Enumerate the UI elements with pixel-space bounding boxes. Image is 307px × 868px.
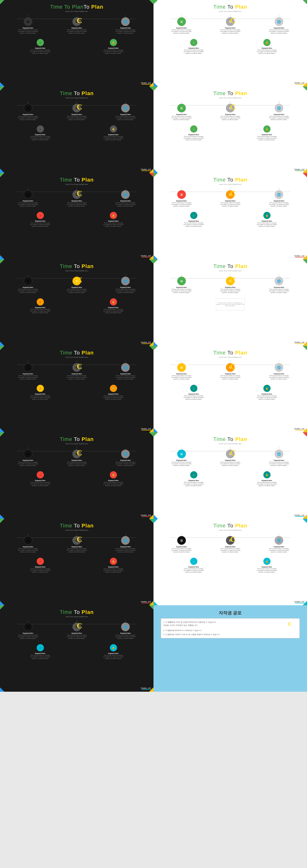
title-plan-13: Plan [81,523,94,529]
circle-11-2: ⚙ C [72,450,81,458]
circle-7-3: 🌐 [121,277,130,285]
icon-12-1: 🖥 [180,452,183,456]
txt-12-3: There are many variations of a passages … [268,462,290,466]
txt-12-4: There are many variations of a passages … [183,482,205,487]
brand-name-9: TAHEL.CO [141,428,151,430]
circle-9-3: 🌐 [121,363,130,372]
icon-4-4: ♪ [193,127,195,130]
txt-13-3: There are many variations of a passages … [115,548,136,553]
circle-3-1: 🖥 [24,104,32,113]
node-15-3: 🌐 Keyword Here There are many variations… [115,620,136,639]
node-10-1: 🖥 Keyword Here There are many variations… [171,360,192,380]
title-to-4: To [227,90,235,96]
kw-text-3-4: There are many variations of a passages … [30,136,51,141]
node-6-5: 🔒 Keyword Here There are many variations… [256,212,278,227]
circle-7-4: ♪ [37,298,44,306]
kw-6-1: Keyword Here [176,200,187,202]
slide-3: Time To Plan Insert Your Great Subtitle … [0,87,154,173]
icon-10-5: 🔒 [265,387,269,390]
kw-6-5: Keyword Here [262,220,272,222]
title-to-9: To [74,350,81,356]
kw-text-2: There are many variations of a passages … [66,29,88,34]
circle-3-3: 🌐 [121,104,130,113]
bottom-row-12: ♪ Keyword Here There are many variations… [157,471,303,487]
txt-9-3: There are many variations of a passages … [115,375,136,380]
title-plan-3: Plan [81,90,94,96]
node-14-1: 🖥 Keyword Here There are many variations… [171,533,192,553]
icon-3-4: ♪ [40,127,41,130]
icon-7-5: 🔒 [112,301,115,304]
node-2-1: 🖥 Keyword Here There are many variations… [171,14,192,34]
node-6-1: 🖥 Keyword Here There are many variations… [171,187,192,207]
icon-15-1: 🖥 [26,625,30,629]
kw-text-1: There are many variations of a passages … [17,29,39,34]
title-plan-15: Plan [81,609,94,615]
circle-15-5: 🔒 [110,644,117,651]
kw-label-1: Keyword Here [23,27,33,29]
node-4-2: ⚙ C Keyword Here There are many variatio… [219,101,241,121]
txt-14-3: There are many variations of a passages … [268,548,290,553]
kw-4-3: Keyword Here [274,114,284,115]
icon-5-4: ♪ [40,214,41,217]
gold-c-5: C [77,189,82,198]
circle-13-1: 🖥 [24,536,32,545]
icon-5-5: 🔒 [112,214,115,217]
title-to-14: To [227,523,235,529]
circle-7-1: 🖥 [24,277,32,285]
node-9-5: 🔒 Keyword Here There are many variations… [103,385,124,400]
corner-bl-15 [0,687,4,692]
gold-c-10: C [230,362,236,371]
node-11-4: ♪ Keyword Here There are many variations… [30,471,51,487]
slide-content-13: 🖥 Keyword Here There are many variations… [4,531,150,573]
slide-content-12: 🖥 Keyword Here There are many variations… [157,444,303,487]
circle-15-4: ♪ [37,644,44,651]
brand-bar-2 [295,84,305,85]
kw-10-1: Keyword Here [176,373,187,375]
title-plan-4: Plan [235,90,247,96]
gold-c-9: C [77,362,82,371]
brand-stamp-5: TAHEL.CO [141,255,151,257]
kw-label-2: Keyword Here [71,27,82,29]
brand-bar-1 [141,84,151,85]
txt-11-4: There are many variations of a passages … [30,482,51,487]
corner-bl-8 [154,342,158,346]
title-plan: Plan [91,4,103,10]
top-row-10: 🖥 Keyword Here There are many variations… [157,360,303,380]
kw-6-2: Keyword Here [225,200,236,202]
txt-5-3: There are many variations of a passages … [115,202,136,207]
node-8-1: 🖥 Keyword Here There are many variations… [171,274,192,293]
icon-9-4: ♪ [40,387,41,390]
completion-box: 1. 이 템플릿은 개인 및 상업적 목적으로 사용하실 수 있습니다. TAH… [161,618,300,639]
icon-5-3: 🌐 [124,193,127,196]
txt-6-2: There are many variations of a passages … [219,202,241,207]
bottom-row-13: ♪ Keyword Here There are many variations… [4,558,150,573]
title-time-9: Time [60,350,74,356]
gold-c-6: C [230,189,236,198]
circle-6-5: 🔒 [263,212,271,219]
icon-lock-2: 🔒 [265,41,269,44]
bottom-row: ♪ Keyword Here There are many variations… [4,39,150,54]
txt-15-3: There are many variations of a passages … [115,634,136,639]
slide-content-9: 🖥 Keyword Here There are many variations… [4,358,150,400]
circle-15-3: 🌐 [121,623,130,631]
node-14-4: ♪ Keyword Here There are many variations… [183,558,205,573]
circle-14-1: 🖥 [177,536,186,545]
node-11-1: 🖥 Keyword Here There are many variations… [17,447,39,466]
node-4: ♪ Keyword Here There are many variations… [30,39,51,54]
brand-bar-7 [141,343,151,344]
txt-12-2: There are many variations of a passages … [219,462,241,466]
node-7-4: ♪ Keyword Here There are many variations… [30,298,51,314]
completion-title: 자작권 공포 [158,610,302,616]
title-to-2: To [227,4,235,10]
brand-name-14: TAHEL.CO [294,601,305,602]
icon-15-3: 🌐 [124,625,127,629]
circle-8-2: ⚙ C [226,277,235,285]
title-time-12: Time [213,436,227,442]
circle-9-5: 🔒 [110,385,117,392]
txt-5-2: There are many variations of a passages … [66,202,88,207]
slide-row-2: Time To Plan Insert Your Great Subtitle … [0,87,307,173]
circle-8-3: 🌐 [275,277,283,285]
kw-8-1: Keyword Here [176,286,187,288]
bottom-row-15: ♪ Keyword Here There are many variations… [4,644,150,659]
kw-text-2-3: There are many variations of a passages … [268,29,290,34]
